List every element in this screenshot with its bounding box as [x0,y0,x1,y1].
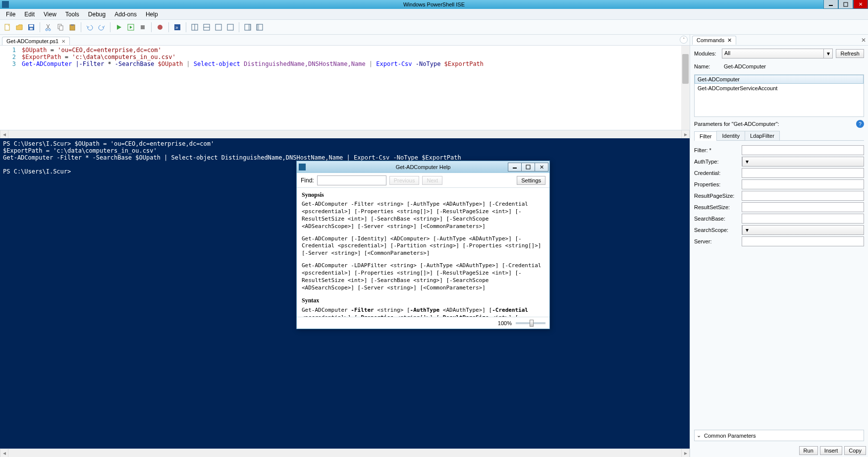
layout3-icon[interactable] [213,22,224,33]
close-pane-icon[interactable]: ✕ [861,37,866,44]
show-script-pane-icon[interactable] [242,22,253,33]
svg-rect-28 [526,165,530,169]
parameters-header: Parameters for "Get-ADComputer": [694,121,779,127]
menu-debug[interactable]: Debug [84,10,109,19]
paste-icon[interactable] [67,22,78,33]
parameter-form: Filter: * AuthType:▾ Credential: Propert… [694,144,864,427]
svg-rect-26 [257,24,259,30]
previous-button[interactable]: Previous [389,176,420,185]
filter-input[interactable] [742,145,864,155]
help-titlebar[interactable]: Get-ADComputer Help ✕ [297,161,549,173]
breakpoint-icon[interactable] [155,22,165,33]
help-app-icon [299,164,306,171]
editor-vertical-scrollbar[interactable] [681,46,690,130]
toolbar: » [0,20,868,35]
menu-file[interactable]: File [2,10,19,19]
console-horizontal-scrollbar[interactable]: ◂▸ [0,449,690,457]
next-button[interactable]: Next [422,176,442,185]
layout4-icon[interactable] [225,22,236,33]
authtype-dropdown[interactable]: ▾ [742,157,864,167]
menu-help[interactable]: Help [142,10,162,19]
svg-rect-5 [30,28,33,30]
svg-rect-22 [227,24,233,30]
zoom-label: 100% [498,320,512,326]
menu-tools[interactable]: Tools [61,10,83,19]
new-file-icon[interactable] [2,22,13,33]
stop-icon[interactable] [137,22,148,33]
menu-edit[interactable]: Edit [20,10,39,19]
layout2-icon[interactable] [201,22,212,33]
copy-icon[interactable] [55,22,66,33]
resultpagesize-input[interactable] [742,191,864,201]
code-content: $OUpath = 'ou=CEO,dc=enterprise,dc=com' … [20,46,486,130]
svg-rect-13 [141,25,145,29]
chevron-down-icon: ⌄ [697,432,701,439]
copy-button[interactable]: Copy [844,446,866,455]
show-command-addon-icon[interactable] [254,22,265,33]
layout1-icon[interactable] [189,22,200,33]
credential-input[interactable] [742,168,864,178]
redo-icon[interactable] [96,22,107,33]
searchscope-dropdown[interactable]: ▾ [742,225,864,235]
powershell-icon[interactable]: » [172,22,183,33]
run-icon[interactable] [113,22,124,33]
help-icon[interactable]: ? [856,120,864,128]
tab-filter[interactable]: Filter [694,131,717,141]
commands-tab[interactable]: Commands ✕ [692,36,736,45]
menu-addons[interactable]: Add-ons [110,10,141,19]
help-content[interactable]: Synopsis Get-ADComputer -Filter <string>… [297,188,549,317]
run-selection-icon[interactable] [125,22,136,33]
help-minimize-button[interactable] [508,163,522,171]
svg-rect-21 [216,24,221,30]
cut-icon[interactable] [43,22,54,33]
open-file-icon[interactable] [14,22,25,33]
find-input[interactable] [317,175,386,185]
undo-icon[interactable] [84,22,95,33]
maximize-button[interactable] [838,0,853,9]
tab-identity[interactable]: Identity [716,131,745,140]
zoom-slider[interactable] [516,322,545,324]
common-parameters-expander[interactable]: ⌄ Common Parameters [694,430,864,441]
name-label: Name: [694,63,719,69]
close-commands-tab-icon[interactable]: ✕ [727,37,732,44]
settings-button[interactable]: Settings [517,176,545,185]
line-gutter: 123 [0,46,20,130]
name-input[interactable] [722,61,864,71]
file-tabstrip: Get-ADComputer.ps1 ✕ ˄ [0,35,690,46]
collapse-script-pane-icon[interactable]: ˄ [680,36,688,44]
searchbase-input[interactable] [742,214,864,224]
help-window: Get-ADComputer Help ✕ Find: Previous Nex… [296,161,550,329]
run-button[interactable]: Run [799,446,818,455]
tab-ldapfilter[interactable]: LdapFilter [745,131,780,140]
close-button[interactable]: ✕ [853,0,868,9]
file-tab-label: Get-ADComputer.ps1 [6,38,58,44]
svg-point-14 [158,25,163,30]
svg-rect-4 [29,25,33,27]
help-maximize-button[interactable] [521,163,535,171]
save-icon[interactable] [26,22,37,33]
menu-view[interactable]: View [40,10,60,19]
resultsetsize-input[interactable] [742,202,864,212]
help-close-button[interactable]: ✕ [535,163,548,171]
commands-pane: Commands ✕ ✕ Modules: All ▾ Refresh Name… [690,35,868,457]
close-tab-icon[interactable]: ✕ [61,39,65,44]
server-input[interactable] [742,236,864,246]
list-item[interactable]: Get-ADComputerServiceAccount [695,84,864,93]
script-editor[interactable]: 123 $OUpath = 'ou=CEO,dc=enterprise,dc=c… [0,46,690,130]
command-results-list[interactable]: Get-ADComputer Get-ADComputerServiceAcco… [694,74,864,117]
window-titlebar: Windows PowerShell ISE ✕ [0,0,868,9]
svg-text:»: » [175,25,178,30]
list-item[interactable]: Get-ADComputer [695,75,864,84]
window-title: Windows PowerShell ISE [403,1,465,7]
svg-rect-1 [844,2,848,6]
file-tab[interactable]: Get-ADComputer.ps1 ✕ [2,37,70,45]
minimize-button[interactable] [823,0,838,9]
refresh-button[interactable]: Refresh [836,49,864,58]
editor-horizontal-scrollbar[interactable]: ◂▸ [0,130,690,138]
svg-rect-24 [248,24,251,30]
svg-rect-11 [71,24,74,26]
modules-dropdown[interactable]: All ▾ [722,49,833,58]
insert-button[interactable]: Insert [820,446,843,455]
dropdown-arrow-icon: ▾ [823,49,832,58]
properties-input[interactable] [742,179,864,189]
